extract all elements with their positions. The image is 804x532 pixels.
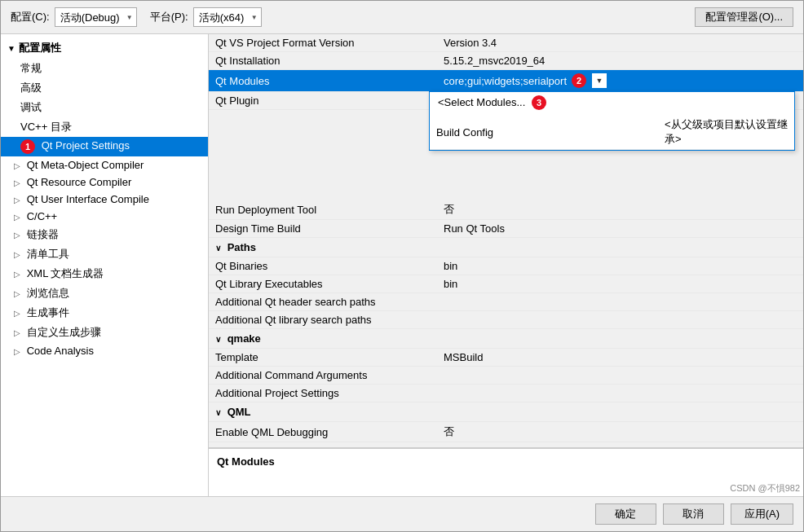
dropdown-item-select-modules[interactable]: <Select Modules... 3	[430, 92, 794, 113]
props-table-2: Run Deployment Tool 否 Design Time Build …	[209, 200, 803, 447]
qt-ui-arrow: ▷	[14, 196, 20, 204]
qt-modules-badge: 2	[572, 73, 586, 88]
config-select-wrapper[interactable]: 活动(Debug) Debug Release	[55, 7, 137, 27]
qml-section-label: QML	[228, 406, 251, 418]
prop-name-qt-lib-paths: Additional Qt library search paths	[209, 311, 437, 329]
sidebar-item-qt-project-label: Qt Project Settings	[42, 139, 130, 152]
prop-name-qt-binaries: Qt Binaries	[209, 257, 437, 275]
select-modules-badge: 3	[532, 95, 546, 110]
table-row: Qt Binaries bin	[209, 257, 803, 275]
sidebar-item-build-events[interactable]: ▷ 生成事件	[1, 303, 208, 323]
table-row-section-qmake[interactable]: ∨ qmake	[209, 329, 803, 349]
sidebar-item-vcpp-label: VC++ 目录	[20, 121, 72, 133]
sidebar-item-custom-build[interactable]: ▷ 自定义生成步骤	[1, 323, 208, 342]
ok-button[interactable]: 确定	[595, 503, 656, 525]
sidebar-item-debug[interactable]: 调试	[1, 98, 208, 117]
browser-arrow: ▷	[14, 289, 20, 298]
sidebar-item-general-label: 常规	[20, 62, 42, 74]
table-row: Template MSBuild	[209, 349, 803, 367]
prop-name-project-settings: Additional Project Settings	[209, 385, 437, 402]
sidebar-item-linker[interactable]: ▷ 链接器	[1, 225, 208, 244]
sidebar-item-code-analysis-label: Code Analysis	[27, 345, 94, 357]
sidebar-title: 配置属性	[19, 41, 61, 55]
table-row: Additional Project Settings	[209, 385, 803, 402]
sidebar-item-qt-meta[interactable]: ▷ Qt Meta-Object Compiler	[1, 156, 208, 174]
sidebar-item-manifest-label: 清单工具	[27, 248, 69, 260]
sidebar-item-code-analysis[interactable]: ▷ Code Analysis	[1, 342, 208, 359]
prop-value-qt-header-paths	[437, 293, 803, 311]
table-row-section-paths[interactable]: ∨ Paths	[209, 238, 803, 257]
table-row: Build Config <从父级或项目默认设置继承>	[430, 115, 794, 150]
table-row: Design Time Build Run Qt Tools	[209, 220, 803, 238]
right-panel: Qt VS Project Format Version Version 3.4…	[209, 34, 803, 496]
sidebar-item-custom-build-label: 自定义生成步骤	[27, 326, 101, 338]
prop-name-build-config: Build Config	[430, 115, 658, 150]
sidebar-item-xml-label: XML 文档生成器	[27, 267, 104, 279]
prop-name-qml-debug: Enable QML Debugging	[209, 422, 437, 442]
sidebar-item-linker-label: 链接器	[27, 228, 59, 240]
config-manager-button[interactable]: 配置管理器(O)...	[695, 7, 793, 27]
platform-group: 平台(P): 活动(x64) x64 x86	[150, 7, 262, 27]
prop-value-qt-lib-paths	[437, 311, 803, 329]
xml-arrow: ▷	[14, 270, 20, 279]
sidebar-collapse-triangle: ▼	[7, 44, 15, 53]
build-events-arrow: ▷	[14, 309, 20, 318]
sidebar-item-cpp[interactable]: ▷ C/C++	[1, 208, 208, 225]
config-select[interactable]: 活动(Debug) Debug Release	[55, 7, 137, 27]
prop-name-cmd-args: Additional Command Arguments	[209, 367, 437, 385]
table-row: Additional Qt header search paths	[209, 293, 803, 311]
sidebar-item-qt-meta-label: Qt Meta-Object Compiler	[27, 159, 144, 171]
prop-value-project-settings	[437, 385, 803, 402]
cpp-arrow: ▷	[14, 213, 20, 222]
prop-value-qt-binaries: bin	[437, 257, 803, 275]
sidebar-item-qt-resource[interactable]: ▷ Qt Resource Compiler	[1, 174, 208, 191]
prop-name-qt-plugin: Qt Plugin	[209, 92, 437, 110]
sidebar-item-browser[interactable]: ▷ 浏览信息	[1, 284, 208, 303]
sidebar-item-advanced-label: 高级	[20, 81, 42, 94]
modules-value-text: core;gui;widgets;serialport	[444, 75, 567, 87]
code-analysis-arrow: ▷	[14, 347, 20, 356]
sidebar-item-xml[interactable]: ▷ XML 文档生成器	[1, 264, 208, 284]
platform-select[interactable]: 活动(x64) x64 x86	[193, 7, 262, 27]
table-row-qt-modules[interactable]: Qt Modules core;gui;widgets;serialport 2…	[209, 70, 803, 92]
sidebar: ▼ 配置属性 常规 高级 调试 VC++ 目录 1 Qt Project Set…	[1, 34, 209, 496]
prop-name-qt-header-paths: Additional Qt header search paths	[209, 293, 437, 311]
prop-value-cmd-args	[437, 367, 803, 385]
qmake-section-arrow: ∨	[215, 335, 221, 344]
qt-project-badge: 1	[20, 139, 35, 154]
prop-name-template: Template	[209, 349, 437, 367]
prop-name-run-deployment: Run Deployment Tool	[209, 200, 437, 220]
sidebar-item-manifest[interactable]: ▷ 清单工具	[1, 244, 208, 264]
main-content: ▼ 配置属性 常规 高级 调试 VC++ 目录 1 Qt Project Set…	[1, 34, 803, 496]
sidebar-header: ▼ 配置属性	[1, 37, 208, 59]
sidebar-item-advanced[interactable]: 高级	[1, 78, 208, 98]
prop-value-template: MSBuild	[437, 349, 803, 367]
top-bar: 配置(C): 活动(Debug) Debug Release 平台(P): 活动…	[1, 1, 803, 34]
platform-select-wrapper[interactable]: 活动(x64) x64 x86	[193, 7, 262, 27]
platform-label: 平台(P):	[150, 10, 188, 24]
table-row: Additional Qt library search paths	[209, 311, 803, 329]
table-row: Additional Command Arguments	[209, 367, 803, 385]
qml-section-arrow: ∨	[215, 408, 221, 417]
cancel-button[interactable]: 取消	[663, 503, 724, 525]
prop-name-qt-modules: Qt Modules	[209, 70, 437, 92]
sidebar-item-general[interactable]: 常规	[1, 59, 208, 78]
paths-section-arrow: ∨	[215, 244, 221, 253]
sidebar-item-qt-ui[interactable]: ▷ Qt User Interface Compile	[1, 191, 208, 208]
description-title: Qt Modules	[217, 455, 795, 468]
sidebar-item-browser-label: 浏览信息	[27, 287, 69, 299]
sidebar-item-build-events-label: 生成事件	[27, 306, 69, 319]
config-group: 配置(C): 活动(Debug) Debug Release	[11, 7, 137, 27]
paths-section-label: Paths	[228, 241, 256, 253]
table-row-section-qml[interactable]: ∨ QML	[209, 402, 803, 422]
table-row: Qt Installation 5.15.2_msvc2019_64	[209, 52, 803, 70]
prop-name-format-version: Qt VS Project Format Version	[209, 34, 437, 52]
table-row: Qt VS Project Format Version Version 3.4	[209, 34, 803, 52]
table-row: Run Deployment Tool 否	[209, 200, 803, 220]
sidebar-item-debug-label: 调试	[20, 101, 42, 113]
apply-button[interactable]: 应用(A)	[731, 503, 793, 525]
sidebar-item-qt-ui-label: Qt User Interface Compile	[27, 193, 149, 205]
sidebar-item-qt-project[interactable]: 1 Qt Project Settings	[1, 137, 208, 156]
modules-dropdown-btn[interactable]: ▼	[591, 73, 607, 89]
sidebar-item-vcpp[interactable]: VC++ 目录	[1, 117, 208, 137]
